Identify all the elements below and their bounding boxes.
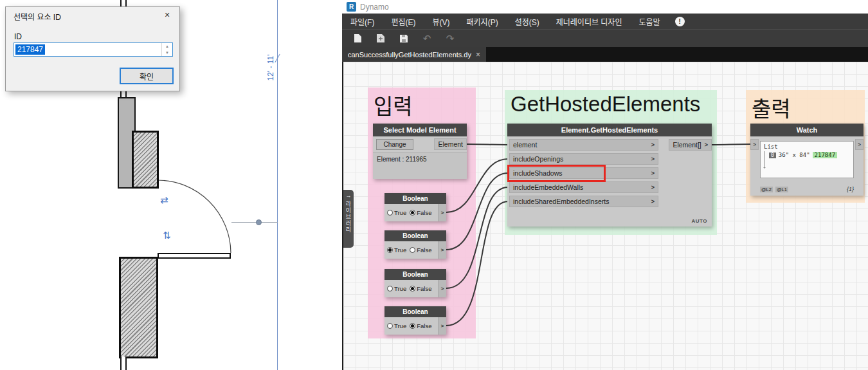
library-panel-tab[interactable]: → 라이브러리 xyxy=(343,190,354,248)
get-hosted-elements-node[interactable]: Element.GetHostedElements element > incl… xyxy=(507,124,712,227)
node-title: Boolean xyxy=(384,306,446,317)
node-title: Boolean xyxy=(384,269,446,280)
dynamo-window: R Dynamo 파일(F) 편집(E) 뷰(V) 패키지(P) 설정(S) 제… xyxy=(342,0,868,370)
notification-icon[interactable]: ! xyxy=(675,17,685,26)
radio-true-label: True xyxy=(394,322,406,329)
tab-close-icon[interactable]: × xyxy=(476,50,480,59)
app-name: Dynamo xyxy=(360,3,389,12)
save-icon[interactable] xyxy=(399,33,409,44)
watch-output-port[interactable]: > xyxy=(855,139,863,150)
port-chevron-icon: > xyxy=(651,142,655,148)
select-model-element-node[interactable]: Select Model Element Change Element Elem… xyxy=(373,124,467,179)
ok-button[interactable]: 확인 xyxy=(120,68,174,84)
menu-help[interactable]: 도움말 xyxy=(630,14,668,29)
output-port[interactable]: > xyxy=(438,204,446,221)
group-output-title: 출력 xyxy=(746,90,865,125)
port-chevron-icon: > xyxy=(651,184,655,190)
watch-node[interactable]: Watch > > List 0 36" x 84" 217847 xyxy=(750,124,863,196)
close-icon[interactable]: × xyxy=(161,10,174,20)
door-swing-icon[interactable]: ⇅ xyxy=(163,230,171,240)
radio-false-label: False xyxy=(417,209,431,216)
output-port-elements[interactable]: Element[] > xyxy=(669,139,712,151)
dynamo-titlebar: R Dynamo xyxy=(342,0,868,14)
radio-false[interactable] xyxy=(410,323,415,329)
node-title: Boolean xyxy=(384,230,446,241)
output-port[interactable]: > xyxy=(438,317,446,335)
new-file-icon[interactable] xyxy=(352,33,363,44)
boolean-node-2[interactable]: Boolean True False > xyxy=(384,230,446,259)
menu-generative-design[interactable]: 제너레이티브 디자인 xyxy=(548,14,631,29)
list-count: {1} xyxy=(847,186,854,192)
spin-up-icon[interactable]: ▲ xyxy=(162,43,172,50)
change-button[interactable]: Change xyxy=(376,139,413,150)
boolean-body: True False > xyxy=(384,241,446,259)
element-id-input[interactable]: 217847 ▲ ▼ xyxy=(14,42,173,57)
input-port-element[interactable]: element > xyxy=(509,139,658,151)
boolean-node-1[interactable]: Boolean True False > xyxy=(384,193,446,221)
input-port-includesharedembeddedinserts[interactable]: includeSharedEmbeddedInserts > xyxy=(509,196,658,207)
radio-true-label: True xyxy=(394,285,406,292)
workspace-tab[interactable]: canSuccessfullyGetHostedElements.dy × xyxy=(342,47,486,62)
level-tag-l1[interactable]: @L1 xyxy=(775,187,788,192)
radio-false-label: False xyxy=(417,322,431,329)
radio-false[interactable] xyxy=(410,210,415,216)
index-badge: 0 xyxy=(769,153,776,158)
input-port-includeembeddedwalls[interactable]: includeEmbeddedWalls > xyxy=(509,181,658,193)
reference-node-dot[interactable] xyxy=(256,219,262,225)
spin-down-icon[interactable]: ▼ xyxy=(162,50,172,56)
wall-section-bottom xyxy=(120,356,127,370)
open-icon[interactable] xyxy=(375,33,386,44)
node-canvas[interactable]: 입력 GetHostedElements 출력 xyxy=(342,62,868,370)
item-id-value: 217847 xyxy=(813,152,838,158)
radio-true[interactable] xyxy=(387,286,393,291)
library-label: 라이브러리 xyxy=(345,201,353,233)
boolean-body: True False > xyxy=(384,280,446,297)
group-gethostedelements-title: GetHostedElements xyxy=(505,90,717,118)
tab-label: canSuccessfullyGetHostedElements.dy xyxy=(348,51,471,59)
menu-edit[interactable]: 편집(E) xyxy=(383,14,424,29)
list-label: List xyxy=(764,143,850,150)
dimension-label: 12' - 11' xyxy=(266,45,275,90)
output-port[interactable]: > xyxy=(438,241,446,259)
id-label: ID xyxy=(14,32,22,41)
port-label: includeEmbeddedWalls xyxy=(513,183,583,191)
node-title: Element.GetHostedElements xyxy=(507,124,712,136)
element-output-port[interactable]: Element xyxy=(434,138,467,150)
menu-packages[interactable]: 패키지(P) xyxy=(458,14,507,29)
port-chevron-icon: > xyxy=(651,170,655,176)
undo-icon[interactable]: ↶ xyxy=(422,33,432,44)
menu-view[interactable]: 뷰(V) xyxy=(424,14,458,29)
toolbar: ↶ ↷ xyxy=(342,29,868,47)
wall-hatched-lower xyxy=(119,257,158,358)
watch-value-panel: List 0 36" x 84" 217847 xyxy=(760,141,854,178)
dynamo-logo-icon: R xyxy=(347,2,356,12)
level-tag-l2[interactable]: @L2 xyxy=(760,187,773,192)
element-id-dialog: 선택의 요소 ID × ID 217847 ▲ ▼ 확인 xyxy=(5,6,180,91)
watch-input-port[interactable]: > xyxy=(750,139,759,150)
output-port[interactable]: > xyxy=(438,280,446,297)
radio-true[interactable] xyxy=(387,323,393,329)
input-port-includeopenings[interactable]: includeOpenings > xyxy=(509,153,658,165)
expand-arrow-icon: → xyxy=(346,193,352,199)
port-label: includeSharedEmbeddedInserts xyxy=(513,198,609,205)
selected-element-value: Element : 211965 xyxy=(373,152,467,179)
radio-false[interactable] xyxy=(410,247,415,253)
radio-false[interactable] xyxy=(410,286,415,291)
screen: ⇄ ⇅ 12' - 11' 선택의 요소 ID × ID 217847 ▲ ▼ … xyxy=(0,0,868,370)
radio-true[interactable] xyxy=(387,247,393,253)
door-flip-icon[interactable]: ⇄ xyxy=(160,195,168,205)
menu-settings[interactable]: 설정(S) xyxy=(507,14,548,29)
redo-icon[interactable]: ↷ xyxy=(445,33,455,44)
port-chevron-icon: > xyxy=(651,156,655,162)
port-label: includeOpenings xyxy=(513,155,563,163)
port-chevron-icon: > xyxy=(651,198,655,205)
radio-true[interactable] xyxy=(387,210,393,216)
selected-text: 217847 xyxy=(15,44,45,55)
highlight-rectangle xyxy=(507,165,606,182)
tab-bar: canSuccessfullyGetHostedElements.dy × xyxy=(342,47,868,62)
menu-file[interactable]: 파일(F) xyxy=(342,14,383,29)
boolean-node-4[interactable]: Boolean True False > xyxy=(384,306,446,335)
group-input-title: 입력 xyxy=(368,88,476,122)
boolean-body: True False > xyxy=(384,317,446,335)
boolean-node-3[interactable]: Boolean True False > xyxy=(384,269,446,297)
